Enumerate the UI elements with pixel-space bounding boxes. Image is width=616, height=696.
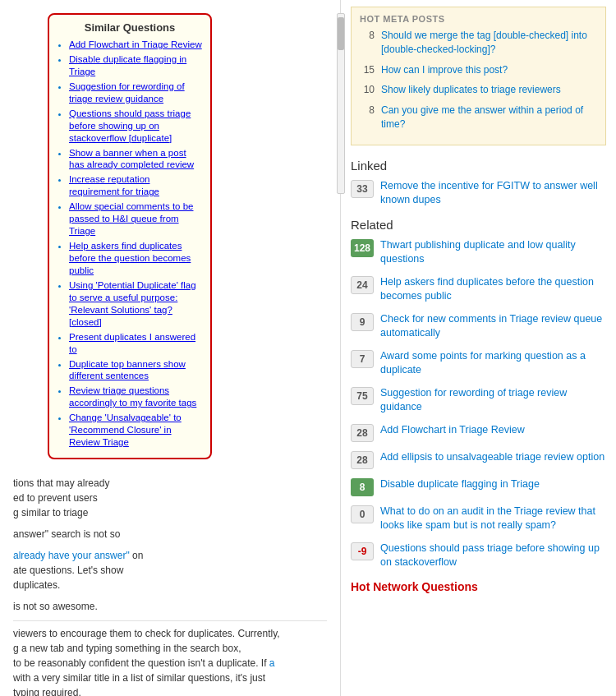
- similar-questions-box: Similar Questions Add Flowchart in Triag…: [48, 13, 212, 459]
- related-link[interactable]: Thwart publishing duplicate and low qual…: [380, 238, 606, 267]
- vote-count: 10: [360, 83, 375, 95]
- list-item[interactable]: Allow special comments to be passed to H…: [69, 201, 202, 237]
- hot-meta-link[interactable]: Can you give me the answer within a peri…: [381, 104, 597, 131]
- linked-item: 33 Remove the incentive for FGITW to ans…: [351, 179, 606, 208]
- related-item: 0 What to do on an audit in the Triage r…: [351, 505, 606, 533]
- related-link[interactable]: What to do on an audit in the Triage rev…: [380, 505, 606, 533]
- vote-count: 8: [360, 29, 375, 41]
- related-item-disable-duplicate: 8 Disable duplicate flagging in Triage: [351, 477, 606, 496]
- hot-meta-item: 8 Can you give me the answer within a pe…: [360, 104, 597, 131]
- related-link[interactable]: Add Flowchart in Triage Review: [380, 423, 525, 438]
- already-have-answer-link[interactable]: already have your answer": [13, 550, 130, 561]
- right-column: HOT META POSTS 8 Should we merge the tag…: [341, 0, 616, 696]
- linked-link[interactable]: Remove the incentive for FGITW to answer…: [380, 179, 606, 208]
- hot-network-questions-title: Hot Network Questions: [351, 580, 606, 593]
- score-badge: 75: [351, 387, 374, 405]
- related-item-award-points: 7 Award some points for marking question…: [351, 349, 606, 378]
- related-item: 28 Add ellipsis to unsalvageable triage …: [351, 450, 606, 469]
- score-badge: 24: [351, 276, 374, 294]
- linked-section: Linked 33 Remove the incentive for FGITW…: [351, 159, 606, 208]
- hot-meta-item: 10 Show likely duplicates to triage revi…: [360, 83, 597, 97]
- list-item[interactable]: Increase reputation requirement for tria…: [69, 173, 202, 198]
- linked-title: Linked: [351, 159, 606, 173]
- scrollbar[interactable]: [337, 13, 345, 194]
- list-item[interactable]: Review triage questions accordingly to m…: [69, 385, 202, 409]
- related-section: Related 128 Thwart publishing duplicate …: [351, 218, 606, 570]
- list-item[interactable]: Duplicate top banners show different sen…: [69, 358, 202, 383]
- text-para-4: is not so awesome.: [13, 599, 327, 614]
- list-item[interactable]: Using 'Potential Duplicate' flag to serv…: [69, 279, 202, 329]
- score-badge: 28: [351, 451, 374, 469]
- hot-meta-title: HOT META POSTS: [360, 14, 597, 24]
- hot-meta-link[interactable]: Show likely duplicates to triage reviewe…: [381, 83, 561, 97]
- score-badge-128: 128: [351, 239, 374, 257]
- score-badge: 28: [351, 424, 374, 442]
- hot-network-questions: Hot Network Questions: [351, 580, 606, 593]
- hot-meta-posts-box: HOT META POSTS 8 Should we merge the tag…: [351, 7, 606, 145]
- related-item: 24 Help askers find duplicates before th…: [351, 275, 606, 304]
- related-item: 128 Thwart publishing duplicate and low …: [351, 238, 606, 267]
- related-title: Related: [351, 218, 606, 232]
- text-para-2: answer" search is not so: [13, 527, 327, 542]
- similar-questions-title: Similar Questions: [57, 21, 202, 34]
- related-link[interactable]: Suggestion for rewording of triage revie…: [380, 386, 606, 415]
- duplicate-link[interactable]: a: [269, 657, 275, 669]
- related-link[interactable]: Disable duplicate flagging in Triage: [380, 477, 540, 492]
- hot-meta-link[interactable]: How can I improve this post?: [381, 63, 508, 77]
- list-item[interactable]: Disable duplicate flagging in Triage: [69, 53, 202, 78]
- score-badge-neg9: -9: [351, 542, 374, 560]
- text-para-5: viewers to encourage them to check for d…: [13, 626, 327, 696]
- related-link[interactable]: Help askers find duplicates before the q…: [380, 275, 606, 304]
- related-link[interactable]: Questions should pass triage before show…: [380, 542, 606, 570]
- list-item[interactable]: Add Flowchart in Triage Review: [69, 39, 202, 51]
- related-link[interactable]: Add ellipsis to unsalvageable triage rev…: [380, 450, 605, 465]
- score-badge: 9: [351, 313, 374, 331]
- list-item[interactable]: Present duplicates I answered to: [69, 331, 202, 356]
- hot-meta-link[interactable]: Should we merge the tag [double-checked]…: [381, 29, 597, 57]
- list-item[interactable]: Show a banner when a post has already co…: [69, 147, 202, 172]
- main-content-area: tions that may alreadyed to prevent user…: [7, 472, 333, 696]
- related-item: 75 Suggestion for rewording of triage re…: [351, 386, 606, 415]
- left-column: Similar Questions Add Flowchart in Triag…: [0, 0, 341, 696]
- similar-questions-list: Add Flowchart in Triage Review Disable d…: [57, 39, 202, 449]
- list-item[interactable]: Suggestion for rewording of triage revie…: [69, 81, 202, 105]
- hot-meta-item: 8 Should we merge the tag [double-checke…: [360, 29, 597, 57]
- hot-meta-item: 15 How can I improve this post?: [360, 63, 597, 77]
- score-badge: 33: [351, 180, 374, 198]
- text-para-1: tions that may alreadyed to prevent user…: [13, 476, 327, 520]
- vote-count: 8: [360, 104, 375, 116]
- score-badge: 7: [351, 350, 374, 368]
- list-item[interactable]: Questions should pass triage before show…: [69, 108, 202, 145]
- related-item: 28 Add Flowchart in Triage Review: [351, 423, 606, 442]
- text-para-3: already have your answer" onate question…: [13, 548, 327, 592]
- related-item-check-comments: 9 Check for new comments in Triage revie…: [351, 312, 606, 341]
- related-link[interactable]: Award some points for marking question a…: [380, 349, 606, 378]
- score-badge-8: 8: [351, 478, 374, 496]
- related-link[interactable]: Check for new comments in Triage review …: [380, 312, 606, 341]
- list-item[interactable]: Help askers find duplicates before the q…: [69, 240, 202, 277]
- vote-count: 15: [360, 63, 375, 76]
- related-item: -9 Questions should pass triage before s…: [351, 542, 606, 570]
- score-badge-0: 0: [351, 505, 374, 523]
- list-item[interactable]: Change 'Unsalvageable' to 'Recommend Clo…: [69, 412, 202, 449]
